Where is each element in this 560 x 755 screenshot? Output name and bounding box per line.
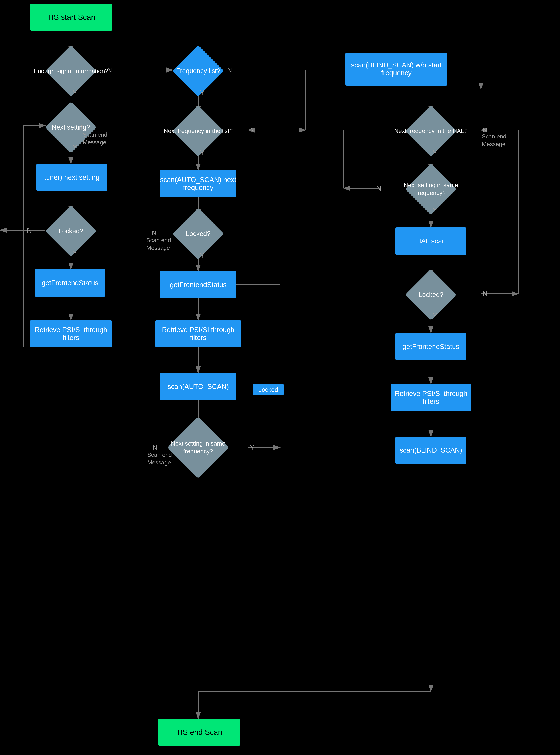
freq-list-y-label: Y (200, 89, 204, 97)
next-setting-scan-end: Scan endMessage (83, 131, 107, 146)
locked1-label: Locked? (59, 227, 83, 235)
locked1-diamond: Locked? (33, 213, 109, 249)
blind-scan-start-process: scan(BLIND_SCAN) w/o start frequency (345, 53, 447, 85)
frequency-list-diamond: Frequency list? (158, 53, 238, 89)
next-setting-y-label: Y (73, 144, 77, 151)
scan-blind2-label: scan(BLIND_SCAN) (400, 446, 462, 454)
scan-auto-process: scan(AUTO_SCAN) next frequency (160, 170, 236, 197)
next-setting3-n-label: N (376, 185, 381, 192)
retrieve-psi3-label: Retrieve PSI/SI through filters (391, 390, 471, 405)
get-frontend2-label: getFrontendStatus (170, 281, 227, 289)
locked-badge: Locked (253, 384, 284, 395)
scan-auto2-process: scan(AUTO_SCAN) (160, 373, 236, 400)
get-frontend3-label: getFrontendStatus (403, 343, 459, 351)
enough-signal-label: Enough signal information? (34, 67, 108, 75)
locked2-y-label: Y (200, 252, 204, 259)
locked2-label: Locked? (186, 230, 211, 238)
end-label: TIS end Scan (176, 728, 222, 737)
get-frontend2-process: getFrontendStatus (160, 271, 236, 298)
get-frontend1-process: getFrontendStatus (35, 269, 105, 296)
get-frontend3-process: getFrontendStatus (396, 333, 466, 360)
next-setting-same-freq3-label: Next setting in same frequency? (391, 181, 471, 197)
locked1-y-label: Y (73, 249, 77, 257)
enough-signal-y-label: Y (73, 89, 77, 97)
locked2-scan-end: Scan endMessage (146, 236, 171, 252)
next-freq-hal-scan-end: Scan endMessage (482, 133, 506, 148)
scan-auto2-label: scan(AUTO_SCAN) (167, 383, 229, 391)
next-setting3-y-label: Y (433, 207, 437, 214)
locked1-n-label: N (27, 227, 32, 234)
retrieve-psi3-process: Retrieve PSI/SI through filters (391, 384, 471, 411)
next-freq-list-label: Next frequency in the list? (164, 127, 233, 135)
start-label: TIS start Scan (47, 13, 95, 22)
scan-auto-label: scan(AUTO_SCAN) next frequency (160, 176, 236, 192)
locked3-y-label: Y (433, 312, 437, 320)
tune-next-process: tune() next setting (36, 164, 107, 191)
next-setting2-y-label: Y (250, 444, 254, 451)
locked3-n-label: N (483, 290, 487, 298)
retrieve-psi2-label: Retrieve PSI/SI through filters (156, 326, 241, 342)
locked3-label: Locked? (419, 291, 443, 299)
next-freq-list-y-label: Y (200, 149, 204, 157)
next-freq-hal-y-label: Y (433, 149, 437, 157)
tune-next-label: tune() next setting (44, 174, 99, 181)
next-freq-list-diamond: Next frequency in the list? (158, 113, 238, 149)
next-freq-hal-label: Next frequency in the HAL? (394, 127, 468, 135)
retrieve-psi2-process: Retrieve PSI/SI through filters (156, 320, 241, 347)
retrieve-psi1-label: Retrieve PSI/SI through filters (30, 326, 112, 342)
hal-scan-label: HAL scan (416, 237, 446, 245)
next-freq-hal-diamond: Next frequency in the HAL? (391, 113, 471, 149)
start-terminal: TIS start Scan (30, 4, 112, 31)
scan-blind2-process: scan(BLIND_SCAN) (396, 437, 466, 464)
freq-list-n-label: N (227, 66, 232, 74)
blind-scan-start-label: scan(BLIND_SCAN) w/o start frequency (345, 61, 447, 77)
locked3-diamond: Locked? (391, 276, 471, 313)
get-frontend1-label: getFrontendStatus (42, 279, 99, 287)
next-setting-same-freq3-diamond: Next setting in same frequency? (391, 171, 471, 207)
retrieve-psi1-process: Retrieve PSI/SI through filters (30, 320, 112, 347)
next-freq-list-n-label: N (250, 127, 255, 134)
next-setting-label: Next setting? (52, 123, 90, 132)
locked2-n-label: N (152, 229, 157, 237)
flowchart: TIS start Scan Enough signal information… (0, 0, 560, 755)
frequency-list-label: Frequency list? (176, 67, 220, 75)
hal-scan-process: HAL scan (396, 227, 466, 255)
end-terminal: TIS end Scan (158, 719, 240, 746)
enough-signal-diamond: Enough signal information? (33, 53, 109, 89)
next-setting-same-freq2-label: Next setting in same frequency? (156, 440, 241, 456)
